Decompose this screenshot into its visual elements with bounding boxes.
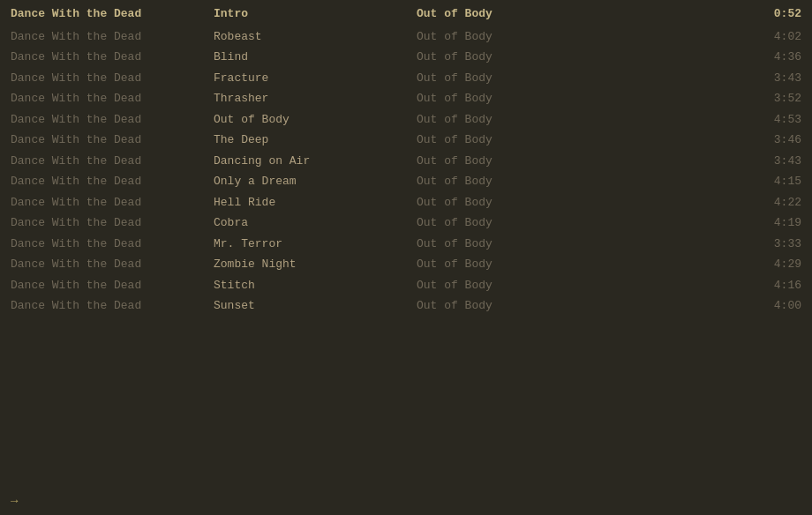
track-duration: 4:02 xyxy=(748,28,801,46)
track-artist: Dance With the Dead xyxy=(11,70,214,87)
track-duration: 3:33 xyxy=(748,235,801,253)
track-title: Blind xyxy=(214,49,417,66)
track-spacer xyxy=(593,49,748,66)
track-artist: Dance With the Dead xyxy=(11,256,214,273)
track-title: Dancing on Air xyxy=(214,153,417,170)
track-artist: Dance With the Dead xyxy=(11,297,214,315)
track-album: Out of Body xyxy=(417,194,593,212)
track-duration: 4:15 xyxy=(748,173,801,190)
track-album: Out of Body xyxy=(417,28,593,46)
track-row[interactable]: Dance With the DeadStitchOut of Body4:16 xyxy=(0,275,812,296)
track-row[interactable]: Dance With the DeadThrasherOut of Body3:… xyxy=(0,88,812,109)
track-row[interactable]: Dance With the DeadOnly a DreamOut of Bo… xyxy=(0,171,812,192)
header-title: Intro xyxy=(214,5,417,23)
track-row[interactable]: Dance With the DeadSunsetOut of Body4:00 xyxy=(0,295,812,317)
track-list: Dance With the Dead Intro Out of Body 0:… xyxy=(0,0,812,320)
track-spacer xyxy=(593,297,748,315)
track-row[interactable]: Dance With the DeadFractureOut of Body3:… xyxy=(0,68,812,89)
track-album: Out of Body xyxy=(417,277,593,295)
track-duration: 4:53 xyxy=(748,111,801,129)
track-artist: Dance With the Dead xyxy=(11,173,214,190)
track-title: Mr. Terror xyxy=(214,235,417,253)
track-album: Out of Body xyxy=(417,49,593,66)
track-title: Sunset xyxy=(214,297,417,315)
track-album: Out of Body xyxy=(417,214,593,232)
track-duration: 4:22 xyxy=(748,194,801,212)
track-duration: 4:16 xyxy=(748,277,801,295)
track-artist: Dance With the Dead xyxy=(11,277,214,295)
header-album: Out of Body xyxy=(417,5,593,23)
arrow-indicator: → xyxy=(11,494,18,508)
track-album: Out of Body xyxy=(417,90,593,108)
track-spacer xyxy=(593,90,748,108)
header-duration: 0:52 xyxy=(748,5,801,23)
track-title: Zombie Night xyxy=(214,256,417,273)
track-title: Robeast xyxy=(214,28,417,46)
track-album: Out of Body xyxy=(417,297,593,315)
track-spacer xyxy=(593,256,748,273)
track-row[interactable]: Dance With the DeadHell RideOut of Body4… xyxy=(0,192,812,213)
track-row[interactable]: Dance With the DeadRobeastOut of Body4:0… xyxy=(0,26,812,48)
track-row[interactable]: Dance With the DeadBlindOut of Body4:36 xyxy=(0,47,812,68)
track-duration: 4:36 xyxy=(748,49,801,66)
track-duration: 4:00 xyxy=(748,297,801,315)
track-duration: 3:52 xyxy=(748,90,801,108)
header-spacer xyxy=(593,5,748,23)
track-album: Out of Body xyxy=(417,153,593,170)
track-spacer xyxy=(593,131,748,149)
track-title: Stitch xyxy=(214,277,417,295)
track-album: Out of Body xyxy=(417,131,593,149)
track-title: Hell Ride xyxy=(214,194,417,212)
track-row[interactable]: Dance With the DeadZombie NightOut of Bo… xyxy=(0,254,812,275)
track-row[interactable]: Dance With the DeadOut of BodyOut of Bod… xyxy=(0,109,812,131)
track-spacer xyxy=(593,214,748,232)
track-duration: 3:43 xyxy=(748,70,801,87)
track-spacer xyxy=(593,70,748,87)
track-title: Only a Dream xyxy=(214,173,417,190)
track-title: Out of Body xyxy=(214,111,417,129)
track-spacer xyxy=(593,235,748,253)
track-row[interactable]: Dance With the DeadMr. TerrorOut of Body… xyxy=(0,234,812,255)
track-duration: 3:43 xyxy=(748,153,801,170)
track-artist: Dance With the Dead xyxy=(11,111,214,129)
track-duration: 4:29 xyxy=(748,256,801,273)
track-title: Fracture xyxy=(214,70,417,87)
track-title: Cobra xyxy=(214,214,417,232)
track-album: Out of Body xyxy=(417,173,593,190)
track-artist: Dance With the Dead xyxy=(11,90,214,108)
track-artist: Dance With the Dead xyxy=(11,153,214,170)
track-duration: 3:46 xyxy=(748,131,801,149)
track-list-header: Dance With the Dead Intro Out of Body 0:… xyxy=(0,4,812,25)
track-album: Out of Body xyxy=(417,256,593,273)
track-album: Out of Body xyxy=(417,235,593,253)
track-album: Out of Body xyxy=(417,70,593,87)
track-row[interactable]: Dance With the DeadCobraOut of Body4:19 xyxy=(0,213,812,234)
track-spacer xyxy=(593,277,748,295)
track-row[interactable]: Dance With the DeadThe DeepOut of Body3:… xyxy=(0,130,812,151)
track-spacer xyxy=(593,111,748,129)
track-artist: Dance With the Dead xyxy=(11,235,214,253)
track-artist: Dance With the Dead xyxy=(11,214,214,232)
track-artist: Dance With the Dead xyxy=(11,28,214,46)
track-title: The Deep xyxy=(214,131,417,149)
track-artist: Dance With the Dead xyxy=(11,49,214,66)
track-title: Thrasher xyxy=(214,90,417,108)
track-spacer xyxy=(593,28,748,46)
track-artist: Dance With the Dead xyxy=(11,131,214,149)
track-duration: 4:19 xyxy=(748,214,801,232)
track-spacer xyxy=(593,194,748,212)
track-spacer xyxy=(593,153,748,170)
track-spacer xyxy=(593,173,748,190)
track-row[interactable]: Dance With the DeadDancing on AirOut of … xyxy=(0,151,812,172)
header-artist: Dance With the Dead xyxy=(11,5,214,23)
track-album: Out of Body xyxy=(417,111,593,129)
track-artist: Dance With the Dead xyxy=(11,194,214,212)
